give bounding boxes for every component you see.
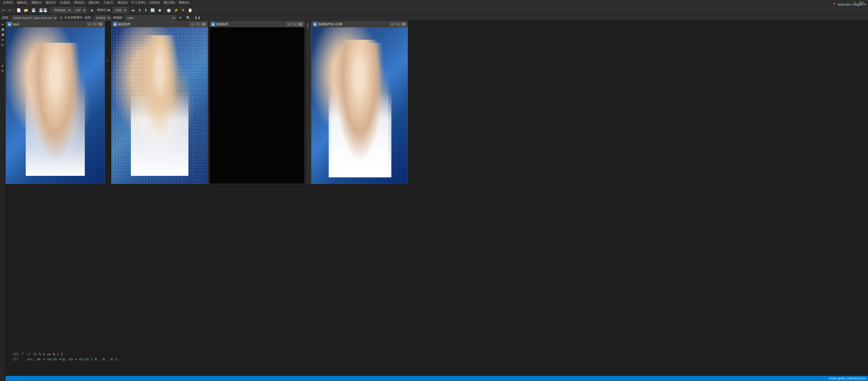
status-text-1: )	[106, 70, 107, 75]
menu-item-build[interactable]: 生成(B)	[58, 0, 72, 6]
sidebar-arrow-2[interactable]: ▶	[1, 42, 5, 47]
cv-titlebar-gaussian: ■ 高斯噪声 ─ □ ✕	[210, 21, 305, 27]
cv-minimize-gaussian-result[interactable]: ─	[390, 22, 395, 26]
cv-minimize-salt-pepper[interactable]: ─	[190, 22, 195, 26]
stop-button[interactable]: ⏹	[157, 8, 162, 13]
cv-close-salt-pepper[interactable]: ✕	[201, 22, 206, 26]
thread-dropdown[interactable]: [19484]	[94, 15, 111, 20]
cv-close-input[interactable]: ✕	[98, 22, 103, 26]
fold-indicator-156[interactable]: ▼	[21, 351, 25, 356]
lifecycle-label: 生命周期事件	[64, 16, 83, 20]
cv-minimize-gaussian[interactable]: ─	[287, 22, 292, 26]
cv-controls-gaussian-result: ─ □ ✕	[390, 22, 406, 26]
continue-button[interactable]: ▶	[90, 7, 95, 13]
cv-controls-salt-pepper: ─ □ ✕	[190, 22, 206, 26]
status-text-0: 0	[106, 59, 108, 63]
filter-button[interactable]: ▼	[178, 16, 183, 20]
code-line-156: if (i % 2 == 0 ) {	[27, 352, 866, 357]
vs-status-bar: CSDN @HELLOWORLD2424	[6, 376, 868, 381]
cv-maximize-input[interactable]: □	[92, 22, 97, 26]
line-number-156: 156	[7, 352, 19, 357]
lifecycle-icon: ⚙	[60, 16, 62, 20]
cv-window-input-title: input	[12, 23, 19, 26]
sidebar-icon-3[interactable]: ◐	[1, 37, 5, 42]
cv-title-input: ■ input	[7, 22, 19, 26]
menu-item-window[interactable]: 窗口(W)	[162, 0, 177, 6]
toolbar-separator-4	[129, 8, 129, 13]
stack-expand-button[interactable]: ⬆⬇	[193, 15, 202, 20]
cv-minimize-input[interactable]: ─	[87, 22, 92, 26]
menu-item-debug[interactable]: 调试(D)	[72, 0, 87, 6]
redo-button[interactable]: ↪	[7, 8, 12, 13]
menu-item-analyze[interactable]: 分析(N)	[147, 0, 162, 6]
menu-item-edit[interactable]: 编辑(E)	[15, 0, 29, 6]
cv-close-gaussian-result[interactable]: ✕	[401, 22, 406, 26]
menu-item-test[interactable]: 测试(S)	[115, 0, 130, 6]
cv-image-gaussian-result	[311, 27, 408, 184]
sidebar-icon-1[interactable]: ⬤	[1, 27, 5, 32]
cv-maximize-salt-pepper[interactable]: □	[195, 22, 200, 26]
step-over-button[interactable]: ⏭	[131, 8, 136, 13]
menu-item-help[interactable]: 帮助(H)	[177, 0, 191, 6]
auto-dropdown[interactable]: 自动	[113, 7, 127, 13]
cv-title-icon-gaussian: ■	[211, 22, 215, 26]
noise-label-area: Nois	[306, 21, 311, 184]
cv-window-gaussian-result: ■ 高斯噪声加入结果 ─ □ ✕	[311, 21, 408, 184]
cv-maximize-gaussian-result[interactable]: □	[396, 22, 401, 26]
sidebar-arrow-1[interactable]: ▶	[1, 22, 5, 27]
exception-button[interactable]: ⚡	[173, 8, 179, 13]
stacktrace-label: 堆栈帧:	[113, 16, 123, 20]
toolbar-separator-6	[195, 8, 195, 13]
menu-item-project[interactable]: 项目(P)	[43, 0, 58, 6]
sidebar-arrow-4[interactable]: ▶	[1, 68, 5, 73]
menu-item-r-tools[interactable]: R 工具(R)	[130, 0, 147, 6]
cv-window-salt-pepper-title: 椒盐噪声	[118, 22, 130, 27]
toolbar: ↩ ↪ 📄 📂 💾 💾💾 Release x64 ▶ 继续(C) ▶ 自动 ⏭ …	[0, 6, 868, 15]
app-insights-label[interactable]: Application Insights	[837, 3, 863, 6]
menu-item-file[interactable]: 文件(F)	[1, 0, 15, 6]
process-bar: 进程: [3436] OpenCV_high_level.exe ⚙ 生命周期事…	[0, 15, 868, 21]
cv-titlebar-input: ■ input ─ □ ✕	[6, 21, 105, 27]
app-insights-toolbar: 📍 Application Insights ▾	[830, 0, 868, 9]
config-dropdown[interactable]: Release	[52, 7, 72, 13]
restart-button[interactable]: 🔄	[150, 8, 156, 13]
cv-controls-gaussian: ─ □ ✕	[287, 22, 303, 26]
platform-dropdown[interactable]: x64	[73, 7, 87, 13]
sidebar-arrow-3[interactable]: ▶	[1, 63, 5, 68]
cv-window-gaussian-title: 高斯噪声	[216, 22, 228, 27]
process-dropdown[interactable]: [3436] OpenCV_high_level.exe	[11, 15, 58, 20]
content-area: ■ input ─ □ ✕ 0 )	[6, 21, 868, 381]
stacktrace-dropdown[interactable]: main	[125, 15, 176, 20]
menu-item-tools[interactable]: 工具(T)	[101, 0, 115, 6]
step-out-button[interactable]: ⬆	[143, 8, 149, 13]
thread-label: 线程:	[85, 16, 92, 20]
cv-title-gaussian: ■ 高斯噪声	[211, 22, 228, 27]
sidebar-icon-2[interactable]: ⬤	[1, 32, 5, 37]
search-thread-button[interactable]: 🔍	[185, 15, 191, 20]
cv-controls-input: ─ □ ✕	[87, 22, 103, 26]
save-button[interactable]: 💾	[30, 8, 37, 13]
cv-titlebar-gaussian-result: ■ 高斯噪声加入结果 ─ □ ✕	[311, 21, 408, 27]
line-number-157: 157	[7, 357, 19, 362]
watch-button[interactable]: 👁	[180, 8, 186, 13]
save-all-button[interactable]: 💾💾	[38, 8, 49, 13]
cv-image-gaussian	[210, 27, 305, 184]
cv-close-gaussian[interactable]: ✕	[298, 22, 303, 26]
new-file-button[interactable]: 📄	[16, 8, 22, 13]
toolbar-separator-3	[88, 8, 88, 13]
code-line-157: src. at < Vec3b >(y, x) = Vec3b ( 0 , 0 …	[27, 357, 866, 362]
step-into-button[interactable]: ⬇	[137, 8, 142, 13]
cv-title-icon-salt-pepper: ■	[113, 22, 117, 26]
copyright-label: CSDN @HELLOWORLD2424	[829, 377, 866, 380]
open-file-button[interactable]: 📂	[23, 8, 29, 13]
menu-item-view[interactable]: 视图(V)	[29, 0, 43, 6]
cv-maximize-gaussian[interactable]: □	[292, 22, 298, 26]
toolbar-separator-2	[50, 8, 50, 13]
noise-label: Nois	[306, 23, 309, 29]
cv-titlebar-salt-pepper: ■ 椒盐噪声 ─ □ ✕	[112, 21, 208, 27]
locals-button[interactable]: 📋	[187, 8, 193, 13]
undo-button[interactable]: ↩	[1, 8, 6, 13]
breakpoint-button[interactable]: ⬤	[166, 8, 172, 13]
menu-item-team[interactable]: 团队(M)	[87, 0, 101, 6]
toolbar-separator-1	[14, 8, 14, 13]
